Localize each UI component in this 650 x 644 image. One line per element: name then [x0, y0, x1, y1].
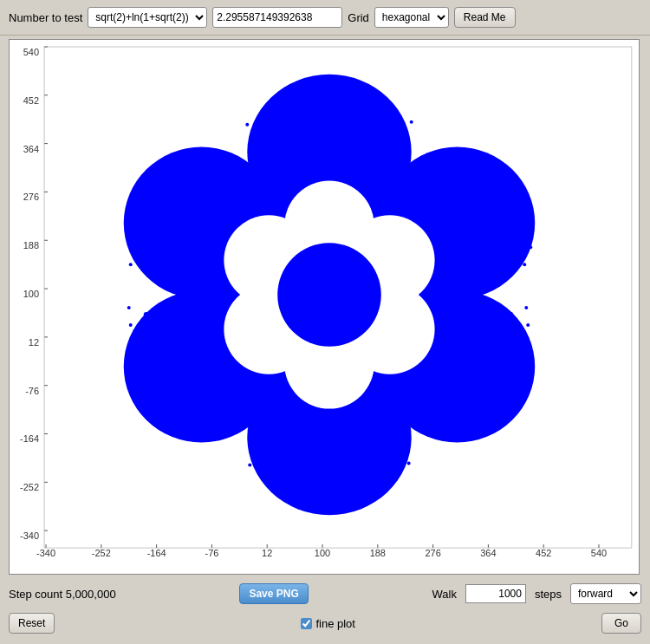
- svg-point-52: [372, 108, 377, 114]
- svg-point-129: [265, 472, 269, 476]
- grid-select[interactable]: hexagonal square triangular: [374, 7, 449, 28]
- svg-point-111: [147, 188, 153, 193]
- svg-point-101: [186, 387, 192, 393]
- svg-point-82: [301, 498, 306, 503]
- svg-point-100: [172, 383, 177, 388]
- svg-point-53: [268, 128, 273, 133]
- svg-text:100: 100: [315, 548, 330, 558]
- svg-text:-164: -164: [147, 548, 166, 558]
- read-me-button[interactable]: Read Me: [454, 7, 516, 28]
- svg-point-48: [344, 94, 349, 99]
- svg-point-59: [256, 166, 261, 171]
- svg-point-133: [129, 323, 133, 327]
- steps-label: steps: [535, 588, 562, 601]
- save-png-button[interactable]: Save PNG: [239, 583, 308, 604]
- svg-point-107: [147, 253, 153, 258]
- svg-point-113: [176, 169, 181, 174]
- svg-point-136: [133, 245, 137, 249]
- svg-point-90: [268, 453, 273, 459]
- toolbar: Number to test sqrt(2)+ln(1+sqrt(2)) sqr…: [0, 0, 650, 36]
- svg-point-109: [172, 272, 177, 277]
- fine-plot-checkbox[interactable]: [301, 618, 312, 629]
- svg-point-116: [410, 120, 413, 124]
- svg-point-87: [331, 491, 338, 498]
- svg-point-39: [277, 243, 381, 347]
- svg-point-119: [498, 189, 502, 192]
- svg-point-124: [526, 323, 530, 327]
- walk-input[interactable]: [465, 584, 526, 603]
- svg-text:188: 188: [23, 240, 39, 250]
- svg-point-49: [305, 102, 310, 107]
- svg-point-60: [400, 161, 406, 166]
- svg-point-45: [330, 88, 337, 95]
- reset-button[interactable]: Reset: [9, 613, 55, 634]
- svg-point-108: [158, 263, 165, 270]
- svg-point-135: [129, 263, 133, 266]
- svg-point-125: [498, 393, 502, 396]
- svg-point-51: [292, 111, 297, 116]
- svg-point-110: [186, 277, 192, 283]
- step-count-label: Step count 5,000,000: [9, 588, 116, 601]
- svg-point-128: [390, 472, 393, 476]
- svg-point-80: [465, 387, 470, 393]
- svg-point-95: [136, 326, 143, 333]
- svg-point-121: [529, 245, 532, 249]
- svg-text:188: 188: [370, 548, 386, 558]
- svg-point-70: [478, 172, 483, 177]
- svg-point-73: [508, 312, 513, 317]
- svg-text:-252: -252: [20, 482, 39, 492]
- grid-label: Grid: [348, 11, 369, 24]
- number-select[interactable]: sqrt(2)+ln(1+sqrt(2)) sqrt(2) pi e ln(2): [88, 7, 207, 28]
- svg-point-71: [490, 165, 497, 172]
- direction-select[interactable]: forward backward: [570, 583, 641, 604]
- svg-text:540: 540: [23, 47, 39, 57]
- svg-point-69: [465, 179, 470, 185]
- svg-text:364: 364: [23, 144, 39, 154]
- svg-point-112: [159, 177, 164, 182]
- plot-canvas: 540 452 364 276 188 100 12 -76 -164 -252…: [10, 40, 639, 574]
- svg-point-102: [198, 390, 204, 395]
- go-button[interactable]: Go: [601, 613, 641, 634]
- svg-text:276: 276: [23, 192, 39, 202]
- svg-point-132: [157, 393, 160, 396]
- svg-text:-340: -340: [20, 530, 39, 541]
- svg-point-44: [312, 90, 321, 99]
- svg-point-67: [491, 272, 496, 277]
- svg-point-99: [159, 377, 164, 382]
- svg-point-93: [394, 439, 400, 445]
- numeric-value-input[interactable]: [212, 7, 342, 28]
- svg-point-50: [359, 101, 366, 108]
- svg-point-89: [366, 486, 371, 491]
- svg-point-64: [518, 240, 523, 245]
- svg-point-130: [248, 463, 251, 466]
- svg-point-88: [283, 485, 289, 490]
- svg-point-57: [257, 151, 263, 158]
- bottom-toolbar-row2: Reset fine plot Go: [0, 609, 650, 639]
- svg-point-58: [398, 148, 403, 153]
- svg-point-84: [335, 500, 341, 505]
- svg-text:100: 100: [23, 289, 39, 299]
- svg-text:12: 12: [29, 337, 39, 348]
- svg-point-98: [146, 367, 153, 374]
- svg-point-127: [407, 461, 411, 465]
- svg-point-55: [262, 140, 267, 145]
- svg-point-66: [503, 263, 510, 270]
- svg-point-114: [191, 165, 196, 170]
- svg-text:452: 452: [23, 95, 39, 106]
- svg-text:-76: -76: [205, 548, 218, 558]
- svg-point-126: [483, 406, 486, 409]
- svg-point-75: [518, 342, 523, 347]
- svg-point-117: [406, 176, 409, 179]
- svg-text:-164: -164: [20, 433, 39, 444]
- svg-text:12: 12: [262, 548, 272, 558]
- svg-text:-340: -340: [36, 548, 55, 558]
- svg-point-78: [493, 377, 498, 382]
- svg-point-46: [283, 98, 289, 103]
- svg-point-41: [317, 80, 324, 87]
- svg-point-94: [144, 312, 149, 317]
- svg-point-120: [526, 224, 530, 227]
- walk-label: Walk: [432, 588, 457, 601]
- svg-point-56: [392, 137, 397, 142]
- svg-point-54: [386, 124, 391, 129]
- svg-point-97: [139, 355, 144, 361]
